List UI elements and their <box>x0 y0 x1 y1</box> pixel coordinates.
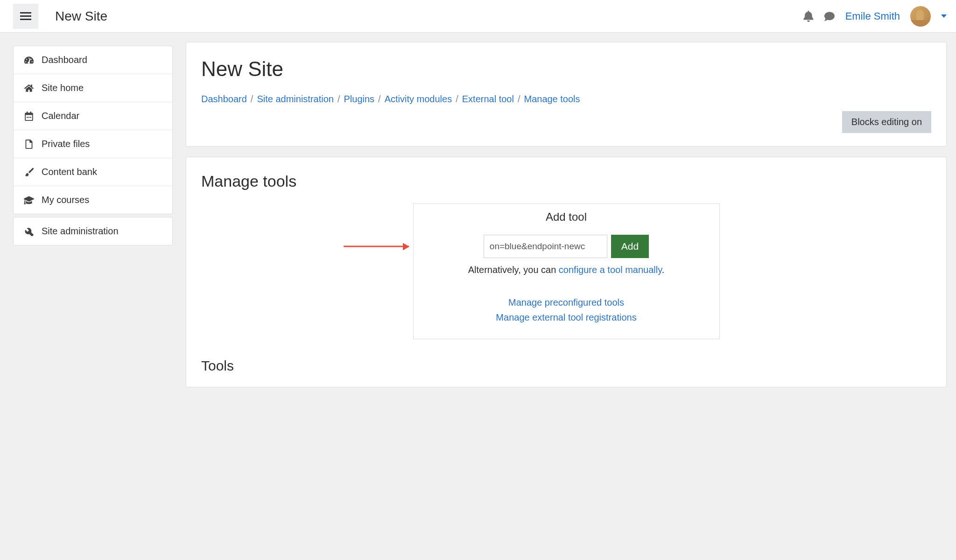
breadcrumb-link[interactable]: Activity modules <box>385 94 452 105</box>
nav-block-main: Dashboard Site home Calendar Private fil… <box>13 46 173 214</box>
sidebar-item-label: Dashboard <box>42 55 87 65</box>
sidebar-item-calendar[interactable]: Calendar <box>14 102 172 130</box>
breadcrumb-link[interactable]: Plugins <box>344 94 375 105</box>
annotation-arrow <box>344 246 409 247</box>
wrench-icon <box>24 227 34 236</box>
sidebar-item-dashboard[interactable]: Dashboard <box>14 46 172 74</box>
sidebar-item-private-files[interactable]: Private files <box>14 130 172 158</box>
blocks-editing-button[interactable]: Blocks editing on <box>842 111 931 133</box>
tools-heading: Tools <box>201 358 931 374</box>
page-title: New Site <box>201 57 931 81</box>
sidebar-item-label: My courses <box>42 195 89 205</box>
manage-preconfigured-link[interactable]: Manage preconfigured tools <box>423 295 710 310</box>
sidebar-item-site-admin[interactable]: Site administration <box>14 217 172 245</box>
breadcrumb-link[interactable]: Site administration <box>257 94 334 105</box>
messages-icon[interactable] <box>824 11 835 21</box>
alt-text: Alternatively, you can configure a tool … <box>423 265 710 275</box>
home-icon <box>24 84 34 92</box>
sidebar-item-my-courses[interactable]: My courses <box>14 186 172 214</box>
manage-tools-heading: Manage tools <box>201 172 931 190</box>
file-icon <box>24 140 34 149</box>
sidebar-item-label: Site home <box>42 83 84 93</box>
sidebar: Dashboard Site home Calendar Private fil… <box>0 33 186 407</box>
nav-block-admin: Site administration <box>13 217 173 245</box>
page-header-card: New Site Dashboard/ Site administration/… <box>186 42 947 147</box>
sidebar-item-label: Site administration <box>42 226 119 237</box>
nav-toggle-button[interactable] <box>13 4 38 29</box>
breadcrumb-link[interactable]: Dashboard <box>201 94 247 105</box>
hamburger-icon <box>20 10 31 22</box>
dashboard-icon <box>24 56 34 65</box>
breadcrumb: Dashboard/ Site administration/ Plugins/… <box>201 94 931 105</box>
manage-tools-card: Manage tools Add tool Add Alternatively,… <box>186 157 947 387</box>
configure-manually-link[interactable]: configure a tool manually <box>559 265 662 275</box>
sidebar-item-content-bank[interactable]: Content bank <box>14 158 172 186</box>
user-menu-caret[interactable] <box>941 14 947 18</box>
user-name-link[interactable]: Emile Smith <box>845 10 900 22</box>
manage-registrations-link[interactable]: Manage external tool registrations <box>423 310 710 325</box>
graduation-cap-icon <box>24 196 34 204</box>
tool-url-input[interactable] <box>484 235 607 258</box>
add-button[interactable]: Add <box>611 235 649 258</box>
content-area: New Site Dashboard/ Site administration/… <box>186 33 956 407</box>
breadcrumb-current[interactable]: Manage tools <box>524 94 580 105</box>
avatar[interactable] <box>910 6 931 27</box>
sidebar-item-label: Private files <box>42 139 90 149</box>
site-title: New Site <box>55 9 803 24</box>
brush-icon <box>24 168 34 177</box>
notifications-icon[interactable] <box>803 11 814 22</box>
calendar-icon <box>24 112 34 121</box>
sidebar-item-label: Calendar <box>42 111 79 121</box>
sidebar-item-site-home[interactable]: Site home <box>14 74 172 102</box>
topbar: New Site Emile Smith <box>0 0 956 33</box>
add-tool-panel: Add tool Add Alternatively, you can conf… <box>413 203 720 339</box>
breadcrumb-link[interactable]: External tool <box>462 94 514 105</box>
sidebar-item-label: Content bank <box>42 167 97 177</box>
add-tool-title: Add tool <box>423 210 710 224</box>
